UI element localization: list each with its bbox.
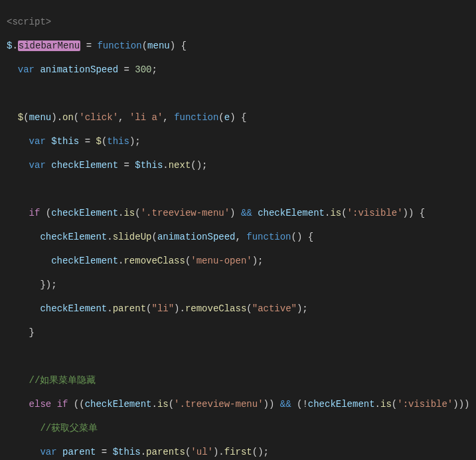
code-line: else if ((checkElement.is('.treeview-men… (7, 398, 476, 410)
code-line: <script> (7, 16, 476, 28)
code-line: var animationSpeed = 300; (7, 64, 476, 76)
code-line: var $this = $(this); (7, 135, 476, 147)
code-line: } (7, 327, 476, 339)
code-line (7, 183, 476, 195)
code-line: //如果菜单隐藏 (7, 374, 476, 386)
code-line: checkElement.slideUp(animationSpeed, fun… (7, 231, 476, 243)
code-block: <script> $.sidebarMenu = function(menu) … (0, 0, 476, 460)
code-line: $.sidebarMenu = function(menu) { (7, 40, 476, 52)
code-line (7, 350, 476, 362)
code-line: }); (7, 279, 476, 291)
code-line: $(menu).on('click', 'li a', function(e) … (7, 112, 476, 123)
code-line: if (checkElement.is('.treeview-menu') &&… (7, 207, 476, 219)
code-line: checkElement.parent("li").removeClass("a… (7, 303, 476, 315)
code-line: //获取父菜单 (7, 422, 476, 434)
code-line: checkElement.removeClass('menu-open'); (7, 255, 476, 267)
code-line (7, 88, 476, 100)
code-line: var parent = $this.parents('ul').first()… (7, 446, 476, 458)
code-line: var checkElement = $this.next(); (7, 159, 476, 171)
